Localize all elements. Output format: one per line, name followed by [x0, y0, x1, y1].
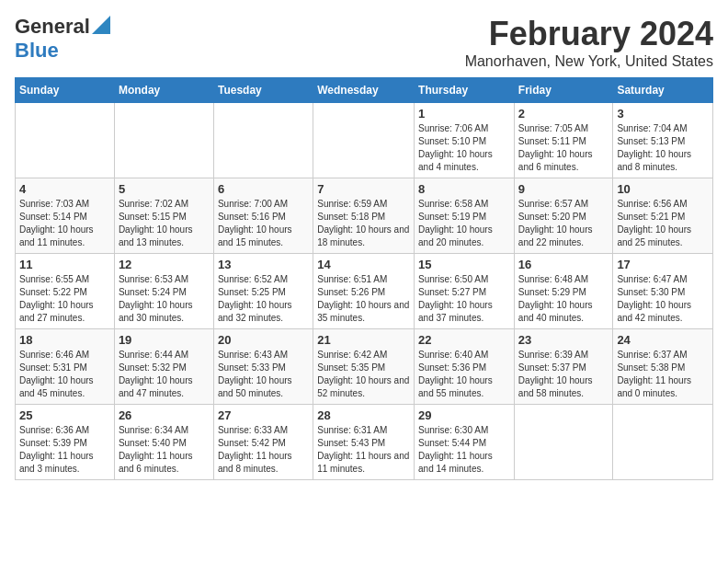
day-detail: Sunrise: 6:43 AM Sunset: 5:33 PM Dayligh…: [218, 349, 309, 400]
day-number: 1: [418, 107, 510, 121]
day-detail: Sunrise: 6:55 AM Sunset: 5:22 PM Dayligh…: [19, 273, 110, 325]
day-detail: Sunrise: 6:31 AM Sunset: 5:43 PM Dayligh…: [317, 424, 410, 476]
calendar-table: SundayMondayTuesdayWednesdayThursdayFrid…: [15, 77, 713, 480]
title-block: February 2024 Manorhaven, New York, Unit…: [465, 15, 713, 70]
calendar-cell: 18Sunrise: 6:46 AM Sunset: 5:31 PM Dayli…: [16, 329, 115, 405]
day-detail: Sunrise: 7:06 AM Sunset: 5:10 PM Dayligh…: [418, 122, 510, 174]
day-detail: Sunrise: 6:57 AM Sunset: 5:20 PM Dayligh…: [518, 198, 609, 249]
calendar-cell: 1Sunrise: 7:06 AM Sunset: 5:10 PM Daylig…: [415, 103, 515, 178]
calendar-cell: 21Sunrise: 6:42 AM Sunset: 5:35 PM Dayli…: [313, 329, 415, 405]
day-number: 6: [218, 182, 309, 196]
day-detail: Sunrise: 6:36 AM Sunset: 5:39 PM Dayligh…: [19, 424, 110, 476]
calendar-cell: [613, 405, 713, 480]
day-number: 14: [317, 258, 410, 271]
day-detail: Sunrise: 6:34 AM Sunset: 5:40 PM Dayligh…: [119, 424, 210, 476]
day-number: 27: [218, 408, 309, 422]
calendar-cell: [114, 103, 213, 178]
week-row-4: 18Sunrise: 6:46 AM Sunset: 5:31 PM Dayli…: [16, 329, 713, 405]
day-number: 11: [19, 258, 110, 271]
calendar-cell: 2Sunrise: 7:05 AM Sunset: 5:11 PM Daylig…: [514, 103, 613, 178]
day-number: 22: [418, 333, 510, 347]
day-detail: Sunrise: 6:58 AM Sunset: 5:19 PM Dayligh…: [418, 198, 510, 249]
day-number: 24: [617, 333, 709, 347]
calendar-cell: 16Sunrise: 6:48 AM Sunset: 5:29 PM Dayli…: [514, 254, 613, 329]
page-title: February 2024: [465, 15, 713, 53]
day-number: 9: [518, 182, 609, 196]
day-detail: Sunrise: 6:51 AM Sunset: 5:26 PM Dayligh…: [317, 273, 410, 325]
day-number: 18: [19, 333, 110, 347]
logo-arrow-icon: [92, 16, 110, 34]
calendar-cell: 3Sunrise: 7:04 AM Sunset: 5:13 PM Daylig…: [613, 103, 713, 178]
day-number: 5: [119, 182, 210, 196]
day-number: 2: [518, 107, 609, 121]
day-number: 23: [518, 333, 609, 347]
calendar-cell: [313, 103, 415, 178]
logo-text-general: General: [15, 15, 90, 39]
svg-marker-0: [92, 16, 110, 34]
day-detail: Sunrise: 7:05 AM Sunset: 5:11 PM Dayligh…: [518, 122, 609, 174]
day-number: 13: [218, 258, 309, 271]
header-saturday: Saturday: [613, 78, 713, 103]
page-subtitle: Manorhaven, New York, United States: [465, 53, 713, 70]
day-number: 15: [418, 258, 510, 271]
week-row-1: 1Sunrise: 7:06 AM Sunset: 5:10 PM Daylig…: [16, 103, 713, 178]
calendar-cell: 14Sunrise: 6:51 AM Sunset: 5:26 PM Dayli…: [313, 254, 415, 329]
calendar-cell: 5Sunrise: 7:02 AM Sunset: 5:15 PM Daylig…: [114, 178, 213, 254]
day-detail: Sunrise: 6:33 AM Sunset: 5:42 PM Dayligh…: [218, 424, 309, 476]
day-number: 28: [317, 408, 410, 422]
day-number: 12: [119, 258, 210, 271]
header-tuesday: Tuesday: [213, 78, 313, 103]
day-detail: Sunrise: 6:42 AM Sunset: 5:35 PM Dayligh…: [317, 349, 410, 400]
day-detail: Sunrise: 7:04 AM Sunset: 5:13 PM Dayligh…: [617, 122, 709, 174]
calendar-cell: 9Sunrise: 6:57 AM Sunset: 5:20 PM Daylig…: [514, 178, 613, 254]
day-detail: Sunrise: 6:44 AM Sunset: 5:32 PM Dayligh…: [119, 349, 210, 400]
header-monday: Monday: [114, 78, 213, 103]
calendar-cell: 27Sunrise: 6:33 AM Sunset: 5:42 PM Dayli…: [213, 405, 313, 480]
day-number: 17: [617, 258, 709, 271]
calendar-cell: 12Sunrise: 6:53 AM Sunset: 5:24 PM Dayli…: [114, 254, 213, 329]
day-detail: Sunrise: 6:37 AM Sunset: 5:38 PM Dayligh…: [617, 349, 709, 400]
day-number: 10: [617, 182, 709, 196]
day-detail: Sunrise: 6:47 AM Sunset: 5:30 PM Dayligh…: [617, 273, 709, 325]
calendar-cell: 23Sunrise: 6:39 AM Sunset: 5:37 PM Dayli…: [514, 329, 613, 405]
calendar-cell: 10Sunrise: 6:56 AM Sunset: 5:21 PM Dayli…: [613, 178, 713, 254]
day-number: 4: [19, 182, 110, 196]
calendar-cell: 15Sunrise: 6:50 AM Sunset: 5:27 PM Dayli…: [415, 254, 515, 329]
day-detail: Sunrise: 6:40 AM Sunset: 5:36 PM Dayligh…: [418, 349, 510, 400]
page-header: General Blue February 2024 Manorhaven, N…: [15, 15, 713, 70]
header-wednesday: Wednesday: [313, 78, 415, 103]
week-row-3: 11Sunrise: 6:55 AM Sunset: 5:22 PM Dayli…: [16, 254, 713, 329]
week-row-5: 25Sunrise: 6:36 AM Sunset: 5:39 PM Dayli…: [16, 405, 713, 480]
calendar-cell: 25Sunrise: 6:36 AM Sunset: 5:39 PM Dayli…: [16, 405, 115, 480]
day-detail: Sunrise: 6:50 AM Sunset: 5:27 PM Dayligh…: [418, 273, 510, 325]
calendar-cell: 22Sunrise: 6:40 AM Sunset: 5:36 PM Dayli…: [415, 329, 515, 405]
calendar-cell: 20Sunrise: 6:43 AM Sunset: 5:33 PM Dayli…: [213, 329, 313, 405]
header-thursday: Thursday: [415, 78, 515, 103]
day-number: 3: [617, 107, 709, 121]
calendar-cell: 29Sunrise: 6:30 AM Sunset: 5:44 PM Dayli…: [415, 405, 515, 480]
week-row-2: 4Sunrise: 7:03 AM Sunset: 5:14 PM Daylig…: [16, 178, 713, 254]
day-detail: Sunrise: 7:03 AM Sunset: 5:14 PM Dayligh…: [19, 198, 110, 249]
day-detail: Sunrise: 7:00 AM Sunset: 5:16 PM Dayligh…: [218, 198, 309, 249]
calendar-cell: [16, 103, 115, 178]
day-number: 26: [119, 408, 210, 422]
day-number: 19: [119, 333, 210, 347]
logo-text-blue: Blue: [15, 39, 59, 62]
calendar-cell: 17Sunrise: 6:47 AM Sunset: 5:30 PM Dayli…: [613, 254, 713, 329]
day-number: 29: [418, 408, 510, 422]
day-detail: Sunrise: 6:52 AM Sunset: 5:25 PM Dayligh…: [218, 273, 309, 325]
calendar-cell: 24Sunrise: 6:37 AM Sunset: 5:38 PM Dayli…: [613, 329, 713, 405]
calendar-cell: 26Sunrise: 6:34 AM Sunset: 5:40 PM Dayli…: [114, 405, 213, 480]
day-detail: Sunrise: 6:59 AM Sunset: 5:18 PM Dayligh…: [317, 198, 410, 249]
day-number: 8: [418, 182, 510, 196]
header-friday: Friday: [514, 78, 613, 103]
day-number: 20: [218, 333, 309, 347]
calendar-cell: 6Sunrise: 7:00 AM Sunset: 5:16 PM Daylig…: [213, 178, 313, 254]
day-detail: Sunrise: 6:48 AM Sunset: 5:29 PM Dayligh…: [518, 273, 609, 325]
day-detail: Sunrise: 6:30 AM Sunset: 5:44 PM Dayligh…: [418, 424, 510, 476]
day-number: 21: [317, 333, 410, 347]
calendar-header-row: SundayMondayTuesdayWednesdayThursdayFrid…: [16, 78, 713, 103]
day-number: 7: [317, 182, 410, 196]
calendar-cell: 4Sunrise: 7:03 AM Sunset: 5:14 PM Daylig…: [16, 178, 115, 254]
header-sunday: Sunday: [16, 78, 115, 103]
